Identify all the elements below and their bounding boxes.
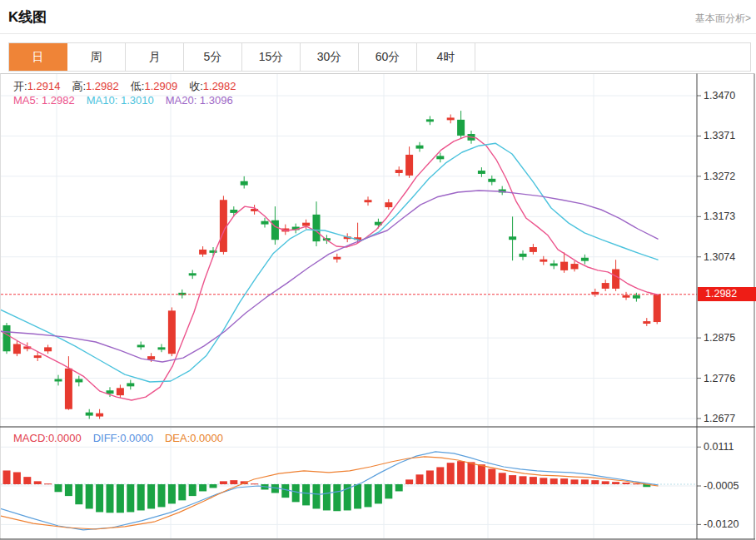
ohlc-low: 低:1.2909 <box>131 80 177 92</box>
ma-legend-ma20: MA20: 1.3096 <box>166 94 233 107</box>
ohlc-close: 收:1.2982 <box>189 80 236 92</box>
svg-text:1.3371: 1.3371 <box>704 130 735 141</box>
ma-legend: MA5: 1.2982MA10: 1.3010MA20: 1.3096 <box>13 94 245 107</box>
current-price-badge: 1.2982 <box>698 287 756 301</box>
svg-text:1.2776: 1.2776 <box>704 373 735 384</box>
ma-legend-ma10: MA10: 1.3010 <box>87 94 154 107</box>
svg-text:0.0111: 0.0111 <box>704 441 734 453</box>
ohlc-legend: 开:1.2914高:1.2982低:1.2909收:1.2982 <box>13 79 248 94</box>
ohlc-high: 高:1.2982 <box>72 80 118 92</box>
ma-legend-ma5: MA5: 1.2982 <box>13 94 75 107</box>
macd-legend-diff: DIFF:0.0000 <box>93 432 153 444</box>
svg-text:1.2875: 1.2875 <box>704 332 735 344</box>
macd-legend: MACD:0.0000DIFF:0.0000DEA:0.0000 <box>13 432 235 444</box>
svg-text:1.3173: 1.3173 <box>704 211 735 222</box>
svg-text:1.3470: 1.3470 <box>704 90 735 102</box>
kline-widget: K线图 基本面分析> 日周月5分15分30分60分4时 1.34701.3371… <box>0 0 756 540</box>
macd-legend-dea: DEA:0.0000 <box>165 432 223 444</box>
svg-text:1.3074: 1.3074 <box>704 251 735 263</box>
svg-text:-0.0120: -0.0120 <box>704 518 739 530</box>
svg-text:-0.0005: -0.0005 <box>704 480 739 492</box>
svg-text:1.3272: 1.3272 <box>704 171 735 182</box>
macd-legend-macd: MACD:0.0000 <box>13 432 82 444</box>
ohlc-open: 开:1.2914 <box>13 80 60 92</box>
svg-text:1.2677: 1.2677 <box>704 413 735 424</box>
